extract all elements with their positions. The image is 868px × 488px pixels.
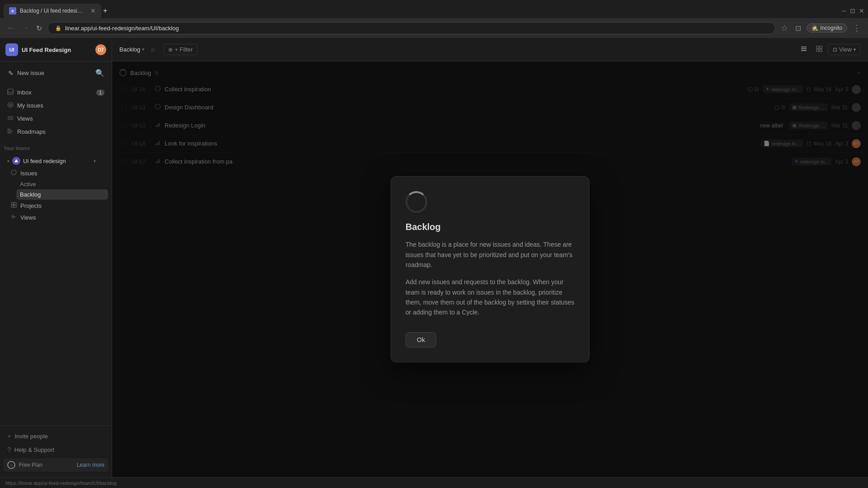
status-url: https://linear.app/ui-feed-redesign/team… (5, 480, 117, 486)
view-label: View (839, 46, 852, 53)
sidebar-item-views[interactable]: Views (7, 211, 108, 223)
inbox-label: Inbox (17, 89, 32, 96)
view-options-button[interactable]: ⊡ View ▾ (828, 44, 861, 55)
team-views-label: Views (20, 214, 36, 221)
projects-label: Projects (20, 202, 42, 209)
views-label: Views (17, 115, 33, 122)
roadmaps-icon (7, 128, 14, 136)
help-support-button[interactable]: ? Help & Support (4, 443, 108, 456)
url-display: linear.app/ui-feed-redesign/team/UI/back… (65, 25, 179, 32)
new-issue-button[interactable]: ✎ New issue (4, 66, 90, 80)
plan-section: ○ Free Plan Learn more (4, 458, 108, 472)
forward-button[interactable]: → (20, 22, 31, 34)
sidebar-item-inbox[interactable]: Inbox 1 (4, 86, 108, 99)
invite-people-button[interactable]: + Invite people (4, 429, 108, 443)
incognito-label: Incognito (820, 25, 842, 31)
address-bar[interactable]: 🔒 linear.app/ui-feed-redesign/team/UI/ba… (47, 22, 775, 34)
view-icon: ⊡ (833, 47, 837, 53)
my-issues-icon (7, 102, 14, 109)
tab-close-button[interactable]: ✕ (90, 7, 96, 14)
sidebar-item-my-issues[interactable]: My issues (4, 99, 108, 112)
svg-text:B: B (11, 9, 14, 13)
sidebar-nav: Inbox 1 My issues Views Roadmaps (0, 84, 112, 140)
help-icon: ? (7, 446, 11, 453)
your-teams-section-label: Your teams (0, 140, 112, 153)
browser-toolbar: ← → ↻ 🔒 linear.app/ui-feed-redesign/team… (0, 18, 868, 38)
team-settings-chevron: ▾ (94, 159, 96, 164)
extension-icon[interactable]: ⊡ (793, 23, 803, 33)
issues-container: Backlog 5 + ⋮⋮ UI-16 Collect inspiration… (112, 61, 868, 477)
breadcrumb: Backlog ▾ (119, 46, 145, 53)
team-name: Ui feed redesign (23, 158, 91, 164)
sidebar-item-views[interactable]: Views (4, 112, 108, 125)
sidebar-header: UI UI Feed Redesign D7 (0, 38, 112, 62)
filter-icon: ⊕ (168, 47, 173, 53)
grid-view-button[interactable] (812, 44, 826, 55)
inbox-badge: 1 (96, 89, 104, 96)
dialog-loading-spinner (406, 191, 427, 213)
back-button[interactable]: ← (5, 22, 16, 34)
dialog-ok-button[interactable]: Ok (406, 332, 436, 347)
team-collapse-icon: ▾ (7, 159, 9, 164)
invite-icon: + (7, 432, 11, 440)
more-options-icon[interactable]: ⋮ (851, 22, 863, 34)
svg-rect-9 (11, 205, 14, 207)
refresh-button[interactable]: ↻ (34, 22, 44, 34)
dialog-body-1: The backlog is a place for new issues an… (406, 239, 575, 270)
star-icon[interactable]: ☆ (779, 22, 790, 34)
status-bar: https://linear.app/ui-feed-redesign/team… (0, 477, 868, 488)
new-issue-label: New issue (17, 70, 44, 76)
svg-rect-11 (816, 46, 819, 48)
help-label: Help & Support (14, 446, 54, 453)
sidebar-bottom: + Invite people ? Help & Support ○ Free … (0, 425, 112, 477)
favorite-star-icon[interactable]: ☆ (150, 46, 156, 53)
browser-chrome: B Backlog / Ui feed redesign ✕ + ─ ⊡ ✕ ←… (0, 0, 868, 38)
issues-icon (11, 169, 17, 177)
svg-rect-7 (11, 202, 14, 205)
team-views-icon (11, 214, 17, 221)
learn-more-link[interactable]: Learn more (77, 462, 104, 468)
list-view-button[interactable] (797, 44, 811, 55)
incognito-badge[interactable]: 🕵 Incognito (807, 23, 847, 33)
team-header[interactable]: ▾ Ui feed redesign ▾ ··· (4, 155, 108, 167)
breadcrumb-chevron: ▾ (142, 47, 145, 52)
sidebar-item-roadmaps[interactable]: Roadmaps (4, 125, 108, 138)
search-button[interactable]: 🔍 (92, 66, 108, 80)
dialog-body-2: Add new issues and requests to the backl… (406, 277, 575, 318)
sidebar-item-issues[interactable]: Issues (7, 167, 108, 179)
svg-marker-5 (14, 159, 18, 162)
dialog-overlay: Backlog The backlog is a place for new i… (112, 61, 868, 477)
sidebar-actions: ✎ New issue 🔍 (0, 62, 112, 84)
issues-label: Issues (20, 170, 38, 177)
sidebar: UI UI Feed Redesign D7 ✎ New issue 🔍 Inb… (0, 38, 112, 477)
sidebar-item-projects[interactable]: Projects (7, 200, 108, 211)
view-chevron-icon: ▾ (854, 47, 856, 52)
filter-button[interactable]: ⊕ + Filter (163, 44, 198, 55)
window-minimize-button[interactable]: ─ (842, 7, 846, 14)
sidebar-item-active[interactable]: Active (16, 179, 108, 189)
app-container: UI UI Feed Redesign D7 ✎ New issue 🔍 Inb… (0, 38, 868, 477)
dialog-title: Backlog (406, 222, 575, 232)
window-maximize-button[interactable]: ⊡ (850, 7, 855, 14)
filter-label: + Filter (175, 46, 193, 53)
projects-icon (11, 202, 17, 209)
svg-point-3 (8, 103, 13, 108)
views-icon (7, 115, 14, 122)
svg-point-6 (11, 170, 16, 175)
svg-rect-13 (816, 49, 819, 52)
svg-rect-8 (14, 202, 16, 205)
team-section: ▾ Ui feed redesign ▾ ··· Issues Activ (0, 153, 112, 225)
workspace-initials: UI (9, 47, 14, 52)
sub-children: Active Backlog (7, 179, 108, 200)
window-close-button[interactable]: ✕ (859, 7, 864, 14)
team-avatar (12, 157, 20, 165)
user-avatar[interactable]: D7 (95, 44, 106, 55)
breadcrumb-text: Backlog (119, 46, 140, 53)
incognito-icon: 🕵 (811, 25, 818, 31)
browser-tab-active[interactable]: B Backlog / Ui feed redesign ✕ (4, 4, 101, 18)
svg-rect-2 (8, 89, 13, 94)
inbox-icon (7, 89, 14, 96)
tab-favicon: B (9, 7, 16, 14)
sidebar-item-backlog[interactable]: Backlog (16, 189, 108, 200)
new-tab-button[interactable]: + (103, 7, 107, 15)
